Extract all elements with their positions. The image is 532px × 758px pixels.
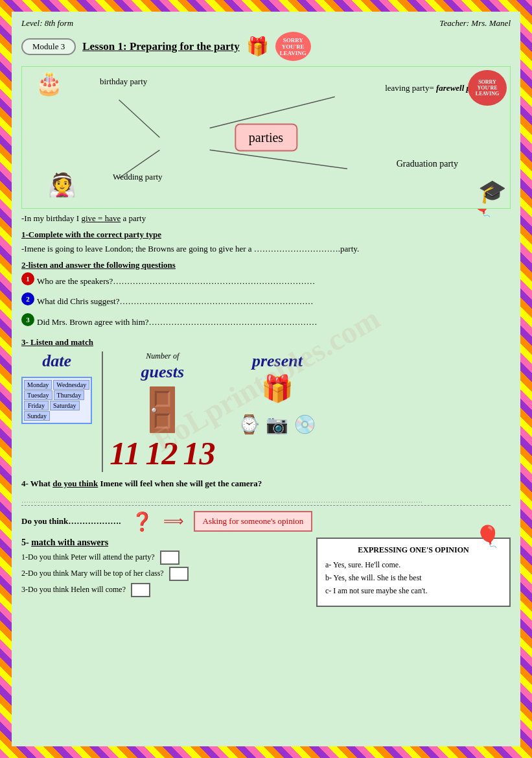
svg-line-0 xyxy=(119,100,160,137)
cal-wednesday: Wednesday xyxy=(53,380,89,390)
number-of-label: Number of xyxy=(146,351,179,361)
gift-box-icon: 🎁 xyxy=(261,373,294,404)
q3-circle: 3 xyxy=(21,313,34,326)
header: Level: 8th form Teacher: Mrs. Manel xyxy=(21,18,511,29)
cal-sunday: Sunday xyxy=(24,411,50,421)
match-questions: 5- match with answers 1-Do you think Pet… xyxy=(21,538,310,607)
sorry-badge: SORRY YOU'RE LEAVING xyxy=(275,32,311,61)
birthday-label: birthday party xyxy=(100,77,147,87)
question2-row: 2 What did Chris suggest?………………………………………… xyxy=(21,292,511,311)
opinion-section: Do you think………………. ❓ ⟹ Asking for someo… xyxy=(21,511,511,532)
task1-header: 1-Complete with the correct party type xyxy=(21,230,511,240)
match-q1-text: 1-Do you think Peter will attend the par… xyxy=(21,552,155,562)
wedding-image: 👰 xyxy=(48,172,76,198)
mind-map: 🎂 birthday party leaving party= farewell… xyxy=(21,66,511,209)
q3-text: Did Mrs. Brown agree with him?…………………………… xyxy=(37,316,318,329)
num-13: 13 xyxy=(183,434,215,472)
date-column: date Monday Wednesday Tuesday Thursday F… xyxy=(21,351,92,424)
date-label: date xyxy=(42,351,71,371)
lesson-title: Lesson 1: Preparing for the party xyxy=(82,40,240,53)
question1-row: 1 Who are the speakers?……………………………………………… xyxy=(21,272,511,291)
watch-icon: ⌚ xyxy=(238,414,260,435)
page-content: EoLprintables.com 🎈 🎈 Level: 8th form Te… xyxy=(12,12,520,746)
graduation-label: Graduation party xyxy=(397,159,458,169)
num-11: 11 xyxy=(110,434,140,472)
guests-label: guests xyxy=(141,362,184,382)
svg-line-3 xyxy=(210,150,347,169)
match-q1: 1-Do you think Peter will attend the par… xyxy=(21,551,310,565)
cal-friday: Friday xyxy=(24,401,49,410)
teacher-label: Teacher: Mrs. Manel xyxy=(439,18,511,29)
task2-header: 2-listen and answer the following questi… xyxy=(21,260,511,270)
task3-header: 3- Listen and match xyxy=(21,337,511,348)
match-q2: 2-Do you think Mary will be top of her c… xyxy=(21,567,310,581)
module-badge: Module 3 xyxy=(21,38,76,55)
numbers-row: 11 12 13 xyxy=(110,434,215,472)
expressing-item-c: c- I am not sure maybe she can't. xyxy=(325,586,502,596)
sorry-image: SORRY YOU'RE LEAVING xyxy=(468,70,507,106)
present-column: present 🎁 ⌚ 📷 💿 xyxy=(238,351,316,435)
door-figure: 🚪 xyxy=(136,385,189,434)
answer-box-2 xyxy=(169,567,189,581)
guests-column: Number of guests 🚪 11 12 13 xyxy=(102,351,215,472)
cd-icon: 💿 xyxy=(294,414,316,435)
q2-text: What did Chris suggest?……………………………………………… xyxy=(37,295,313,309)
task5-section: 5- match with answers 1-Do you think Pet… xyxy=(21,538,511,607)
cal-saturday: Saturday xyxy=(50,401,80,410)
graduation-image: 🎓 xyxy=(478,178,507,205)
gift-icon: 🎁 xyxy=(246,36,269,57)
level-label: Level: 8th form xyxy=(21,18,73,29)
birthday-image: 🎂 xyxy=(35,70,64,97)
question3-row: 3 Did Mrs. Brown agree with him?……………………… xyxy=(21,313,511,332)
task4-label: 4- What do you think Imene will feel whe… xyxy=(21,477,511,491)
match-q3: 3-Do you think Helen will come? xyxy=(21,583,310,597)
present-icons: ⌚ 📷 💿 xyxy=(238,414,316,435)
q1-circle: 1 xyxy=(21,272,34,285)
q1-text: Who are the speakers?…………………………………………………… xyxy=(37,275,315,289)
cal-monday: Monday xyxy=(24,380,52,390)
match-q3-text: 3-Do you think Helen will come? xyxy=(21,585,126,595)
task3-section: 3- Listen and match date Monday Wednesda… xyxy=(21,337,511,472)
intro-text: -In my birthday I give = have a party xyxy=(21,212,511,226)
num-12: 12 xyxy=(145,434,178,472)
arrow-icon: ⟹ xyxy=(163,513,184,530)
present-label: present xyxy=(252,351,303,371)
task1-sentence: -Imene is going to leave London; the Bro… xyxy=(21,243,511,256)
parties-center: parties xyxy=(235,124,297,152)
wedding-label: Wedding party xyxy=(113,172,163,182)
expressing-item-a: a- Yes, sure. He'll come. xyxy=(325,560,502,570)
expressing-item-b: b- Yes, she will. She is the best xyxy=(325,573,502,583)
match-q2-text: 2-Do you think Mary will be top of her c… xyxy=(21,569,164,578)
do-you-think-text: Do you think………………. xyxy=(21,516,121,527)
answer-box-3 xyxy=(131,583,150,597)
question-mark-icon: ❓ xyxy=(131,511,154,532)
title-row: Module 3 Lesson 1: Preparing for the par… xyxy=(21,32,511,61)
task4-dotted: …………………………………………………………………………………………………………… xyxy=(21,493,511,506)
answer-box-1 xyxy=(160,551,179,565)
cal-thursday: Thursday xyxy=(54,390,85,400)
camera-icon: 📷 xyxy=(266,414,288,435)
q2-circle: 2 xyxy=(21,292,34,305)
task5-header: 5- match with answers xyxy=(21,538,310,548)
cal-tuesday: Tuesday xyxy=(24,390,52,400)
balloon-decoration2: 🎈 xyxy=(475,524,501,549)
arrow-box: Asking for someone's opinion xyxy=(194,511,313,532)
calendar-box: Monday Wednesday Tuesday Thursday Friday… xyxy=(21,377,92,424)
